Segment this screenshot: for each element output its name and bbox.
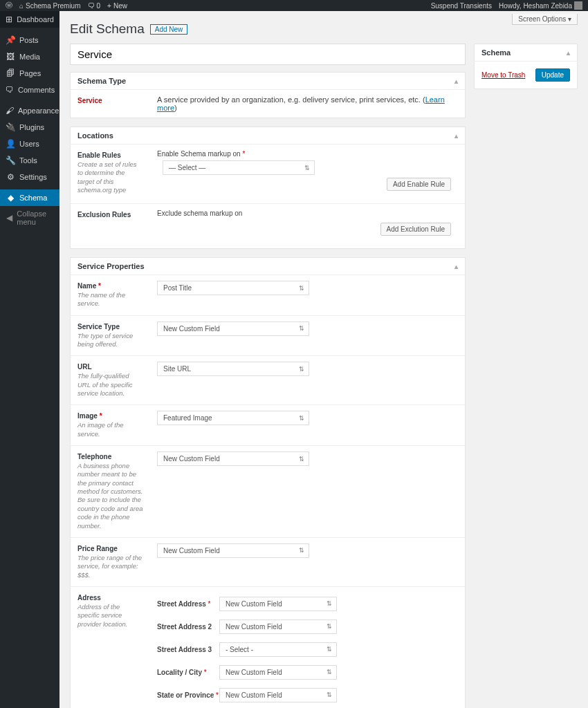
enable-on-label: Enable Schema markup on * xyxy=(157,150,458,158)
postbox-schema-side: Schema▴ Move to Trash Update xyxy=(474,44,578,89)
site-name-link[interactable]: ⌂Schema Premium xyxy=(19,2,81,10)
chevron-up-icon[interactable]: ▴ xyxy=(454,132,458,140)
image-label: Image * xyxy=(77,412,143,420)
move-to-trash-link[interactable]: Move to Trash xyxy=(481,71,525,79)
suspend-transients-link[interactable]: Suspend Transients xyxy=(431,2,492,10)
street2-select[interactable]: New Custom Field xyxy=(219,620,337,634)
city-label: Locality / City * xyxy=(157,669,219,676)
comment-icon: 🗨 xyxy=(6,85,14,95)
sidebar-item-media[interactable]: 🖾Media xyxy=(0,48,59,65)
sidebar-item-appearance[interactable]: 🖌Appearance xyxy=(0,102,59,119)
street3-select[interactable]: - Select - xyxy=(219,642,337,657)
sidebar-item-plugins[interactable]: 🔌Plugins xyxy=(0,119,59,136)
street3-label: Street Address 3 xyxy=(157,646,219,653)
sidebar-item-posts[interactable]: 📌Posts xyxy=(0,32,59,48)
state-select[interactable]: New Custom Field xyxy=(219,688,337,702)
schema-type-name: Service xyxy=(77,97,102,104)
chevron-up-icon[interactable]: ▴ xyxy=(567,49,570,57)
pin-icon: 📌 xyxy=(6,35,15,45)
name-label: Name * xyxy=(77,282,143,290)
settings-icon: ⚙ xyxy=(6,172,15,182)
sidebox-header-label: Schema xyxy=(481,48,511,57)
sidebar-item-comments[interactable]: 🗨Comments xyxy=(0,82,59,98)
postbox-locations: Locations▴ Enable Rules Create a set of … xyxy=(70,127,466,249)
exclusion-rules-label: Exclusion Rules xyxy=(77,211,143,218)
telephone-label: Telephone xyxy=(77,453,143,460)
add-enable-rule-button[interactable]: Add Enable Rule xyxy=(387,178,451,191)
screen-options-button[interactable]: Screen Options ▾ xyxy=(512,14,578,25)
chevron-up-icon[interactable]: ▴ xyxy=(454,263,458,270)
media-icon: 🖾 xyxy=(6,52,15,62)
street2-label: Street Address 2 xyxy=(157,623,219,631)
comments-link[interactable]: 🗨0 xyxy=(88,2,101,10)
enable-rules-label: Enable Rules xyxy=(77,151,143,159)
home-icon: ⌂ xyxy=(19,2,24,10)
service-type-select[interactable]: New Custom Field xyxy=(157,322,309,336)
comment-icon: 🗨 xyxy=(88,2,95,10)
add-new-button[interactable]: Add New xyxy=(150,24,188,35)
street-label: Street Address * xyxy=(157,600,219,608)
postbox-header-label: Locations xyxy=(77,131,113,140)
exclude-on-label: Exclude schema markup on xyxy=(157,209,458,217)
wrench-icon: 🔧 xyxy=(6,156,15,165)
postbox-header-label: Service Properties xyxy=(77,262,145,270)
price-select[interactable]: New Custom Field xyxy=(157,543,309,558)
schema-icon: ◆ xyxy=(6,193,15,203)
service-type-label: Service Type xyxy=(77,323,143,330)
sidebar-item-dashboard[interactable]: ⊞Dashboard xyxy=(0,11,59,28)
postbox-service-properties: Service Properties▴ Name *The name of th… xyxy=(70,257,466,708)
dashboard-icon: ⊞ xyxy=(6,15,12,24)
sidebar-item-tools[interactable]: 🔧Tools xyxy=(0,152,59,169)
user-icon: 👤 xyxy=(6,139,15,149)
brush-icon: 🖌 xyxy=(6,106,14,115)
street-select[interactable]: New Custom Field xyxy=(219,597,337,611)
sidebar-item-users[interactable]: 👤Users xyxy=(0,136,59,152)
schema-type-desc: A service provided by an organization, e… xyxy=(150,90,465,118)
admin-sidebar: ⊞Dashboard 📌Posts 🖾Media 🗐Pages 🗨Comment… xyxy=(0,11,59,708)
postbox-header-label: Schema Type xyxy=(77,77,126,85)
sidebar-item-pages[interactable]: 🗐Pages xyxy=(0,65,59,82)
name-select[interactable]: Post Title xyxy=(157,281,309,295)
telephone-select[interactable]: New Custom Field xyxy=(157,451,309,466)
wp-logo[interactable]: ⓦ xyxy=(6,1,12,10)
new-link[interactable]: +New xyxy=(107,2,127,10)
wordpress-icon: ⓦ xyxy=(6,1,12,10)
state-label: State or Province * xyxy=(157,691,219,699)
collapse-menu[interactable]: ◀Collapse menu xyxy=(0,206,59,230)
sidebar-item-schema[interactable]: ◆Schema xyxy=(0,189,59,206)
enable-rules-desc: Create a set of rules to determine the t… xyxy=(77,160,143,194)
sidebar-item-settings[interactable]: ⚙Settings xyxy=(0,169,59,185)
title-input[interactable] xyxy=(70,44,466,65)
plug-icon: 🔌 xyxy=(6,122,15,132)
enable-rule-select[interactable]: — Select — xyxy=(163,160,315,175)
avatar xyxy=(574,1,582,10)
url-select[interactable]: Site URL xyxy=(157,362,309,376)
plus-icon: + xyxy=(107,2,111,10)
city-select[interactable]: New Custom Field xyxy=(219,665,337,680)
postbox-schema-type: Schema Type▴ Service A service provided … xyxy=(70,72,466,118)
chevron-up-icon[interactable]: ▴ xyxy=(454,77,458,85)
update-button[interactable]: Update xyxy=(535,68,570,82)
add-exclusion-rule-button[interactable]: Add Exclution Rule xyxy=(380,223,452,236)
page-title: Edit Schema Add New xyxy=(70,21,578,37)
howdy-link[interactable]: Howdy, Hesham Zebida xyxy=(499,1,582,10)
admin-bar: ⓦ ⌂Schema Premium 🗨0 +New Suspend Transi… xyxy=(0,0,588,11)
address-label: Adress xyxy=(77,594,143,602)
url-label: URL xyxy=(77,363,143,371)
price-label: Price Range xyxy=(77,545,143,552)
image-select[interactable]: Featured Image xyxy=(157,411,309,425)
page-icon: 🗐 xyxy=(6,68,15,78)
chevron-left-icon: ◀ xyxy=(6,213,12,223)
